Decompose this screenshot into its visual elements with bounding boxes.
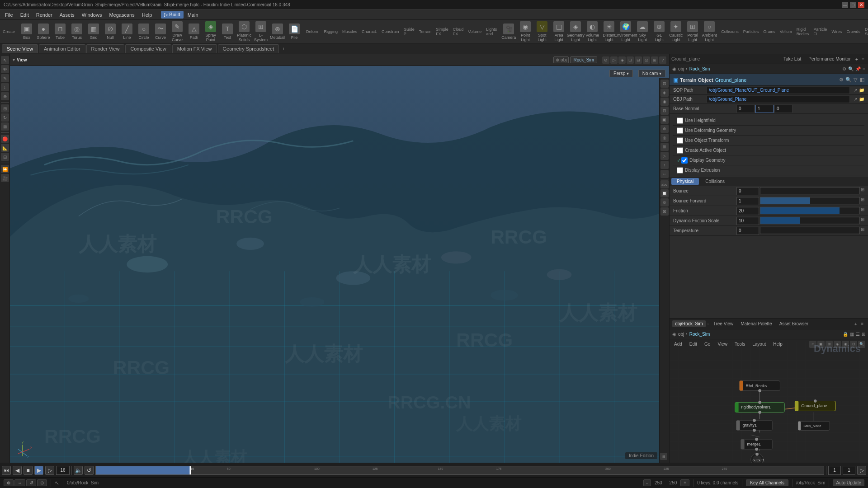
obj-more-icon[interactable]: ≡ [863,66,865,71]
base-normal-x[interactable] [736,105,755,113]
build-tab[interactable]: ▷ Build [161,11,184,19]
sidebar-snap[interactable]: 🔴 [1,135,9,143]
vpr-icon6[interactable]: ⊕ [660,125,669,133]
tl-loop[interactable]: ↺ [85,466,94,475]
obj-nav-icon[interactable]: ◉ [672,66,676,71]
status-btn1[interactable]: ⊕ [4,479,14,486]
tab-composite-view[interactable]: Composite View [125,44,171,53]
sidebar-handle[interactable]: ↕ [1,83,9,91]
node-tab-asset-browser[interactable]: Asset Browser [777,320,811,327]
tool-metaball[interactable]: ⊛Metaball [269,23,286,41]
menu-file[interactable]: File [2,11,16,19]
obj-search-icon[interactable]: 🔍 [848,66,854,71]
main-tab[interactable]: Main [184,11,202,19]
display-geometry-checkbox[interactable] [681,157,688,164]
vp-icon-2[interactable]: ▷ [610,56,618,64]
tool-null[interactable]: ∅Null [102,23,118,41]
temperature-expand[interactable]: ⊞ [861,227,864,235]
sidebar-scale[interactable]: ⊠ [1,122,9,131]
temperature-input[interactable] [736,227,759,235]
display-extrusion-checkbox[interactable] [677,167,683,174]
tool-file[interactable]: 📄File [286,23,302,41]
menu-render[interactable]: Render [33,11,56,19]
tool-camera[interactable]: 🎥Camera [500,23,517,41]
close-button[interactable]: ✕ [858,2,864,8]
tool-geo-light[interactable]: ◈GeometryLight [567,20,584,43]
physical-tab[interactable]: Physical [671,178,699,185]
tool-curve[interactable]: 〜Curve [152,23,169,41]
tool-env-light[interactable]: 🌍EnvironmentLight [618,20,634,43]
tool-sphere[interactable]: ●Sphere [35,23,52,41]
use-heightfield-checkbox[interactable] [677,117,683,124]
vp-icon-4[interactable]: ⊡ [627,56,634,64]
vpr-icon8[interactable]: ⊞ [660,143,669,151]
perspective-button[interactable]: Persp ▾ [609,70,633,77]
sop-path-value[interactable]: /obj/Ground_Plane/OUT_Ground_Plane [707,87,850,94]
node-tab-tree-view[interactable]: Tree View [711,320,736,327]
use-deforming-checkbox[interactable] [677,127,683,134]
tl-toggle-audio[interactable]: 🔈 [74,466,83,475]
tool-spray-paint[interactable]: ◈Spray Paint [203,20,219,43]
terrain-settings-icon[interactable]: ⚙ [839,77,844,83]
menu-windows[interactable]: Windows [79,11,105,19]
key-all-channels-button[interactable]: Key All Channels [746,479,788,486]
minimize-button[interactable]: — [842,2,848,8]
obj-path-value[interactable]: /obj/Ground_Plane [707,96,850,103]
tool-grid[interactable]: ▦Grid [85,23,102,41]
vp-obj-selector[interactable]: ⊕ obj [553,56,569,63]
menu-edit[interactable]: Edit [17,11,32,19]
tl-play-forward[interactable]: ▶ [34,466,43,475]
tool-spot-light[interactable]: ▽Spot Light [534,20,550,43]
sop-path-link[interactable]: ↗ [854,88,857,93]
tl-next-btn[interactable]: ▷ [857,466,866,475]
frame-start-input[interactable] [828,466,841,475]
node-tab-obj-rock-sim[interactable]: obj/Rock_Sim [672,320,706,327]
tool-caustic-light[interactable]: ✦CausticLight [668,20,684,43]
node-nav-rock-sim[interactable]: Rock_Sim [689,332,710,337]
node-lock-icon[interactable]: 🔒 [843,332,848,337]
vp-icon-7[interactable]: ⊞ [651,56,658,64]
status-btn3[interactable]: ↺ [26,479,36,486]
node-nav-icon[interactable]: ◉ [672,332,676,337]
tool-tube[interactable]: ⊓Tube [52,23,68,41]
tab-geo-spreadsheet[interactable]: Geometry Spreadsheet [218,44,279,53]
camera-button[interactable]: No cam ▾ [638,70,665,77]
node-panel-options[interactable]: ≡ [859,321,865,326]
vp-icon-6[interactable]: ◎ [643,56,650,64]
status-btn4[interactable]: ⊙ [37,479,47,486]
bounce-expand[interactable]: ⊞ [861,187,864,195]
zoom-minus[interactable]: - [643,479,651,486]
tool-lsystem[interactable]: ⊞L-System [253,20,269,43]
obj-nav-rock-sim[interactable]: Rock_Sim [689,66,710,71]
tool-ambient-light[interactable]: ○AmbientLight [701,20,717,43]
vpr-icon3[interactable]: ◉ [660,98,669,106]
friction-input[interactable] [736,207,759,215]
viewport-3d[interactable]: 人人素材 RRCG 人人素材 RRCG RRCG 人人素材 RRCG RRCG … [10,66,669,463]
dynamic-friction-input[interactable] [736,217,759,225]
current-frame-input[interactable] [56,466,70,475]
sidebar-camera[interactable]: 🎥 [1,174,9,182]
menu-assets[interactable]: Assets [57,11,78,19]
tab-animation-editor[interactable]: Animation Editor [39,44,85,53]
sidebar-rotate[interactable]: ↻ [1,113,9,122]
vp-icon-1[interactable]: ⊙ [602,56,609,64]
dynamic-friction-expand[interactable]: ⊞ [861,217,864,225]
take-list-tab[interactable]: Take List [781,56,804,62]
tool-circle[interactable]: ○Circle [136,23,152,41]
timeline-ruler-container[interactable]: 16 50 100 125 150 175 200 225 250 [95,466,824,475]
add-tab-button[interactable]: + [280,46,286,52]
tab-scene-view[interactable]: Scene View [2,44,38,53]
tool-text[interactable]: TText [219,23,236,41]
status-btn2[interactable]: ↔ [14,479,25,486]
vpr-icon14[interactable]: ⊠ [660,207,669,216]
collisions-tab[interactable]: Collisions [700,178,730,185]
vp-icon-5[interactable]: ⊟ [635,56,642,64]
vpr-icon2[interactable]: ◈ [660,89,669,97]
terrain-collapse-icon[interactable]: ▽ [854,77,857,83]
zoom-plus[interactable]: + [680,479,689,486]
sidebar-select[interactable]: ↖ [1,56,9,64]
node-nav-obj[interactable]: obj [678,332,684,337]
vpr-icon9[interactable]: ▷ [660,152,669,160]
bounce-input[interactable] [736,187,759,195]
tool-path[interactable]: △Path [186,23,202,41]
